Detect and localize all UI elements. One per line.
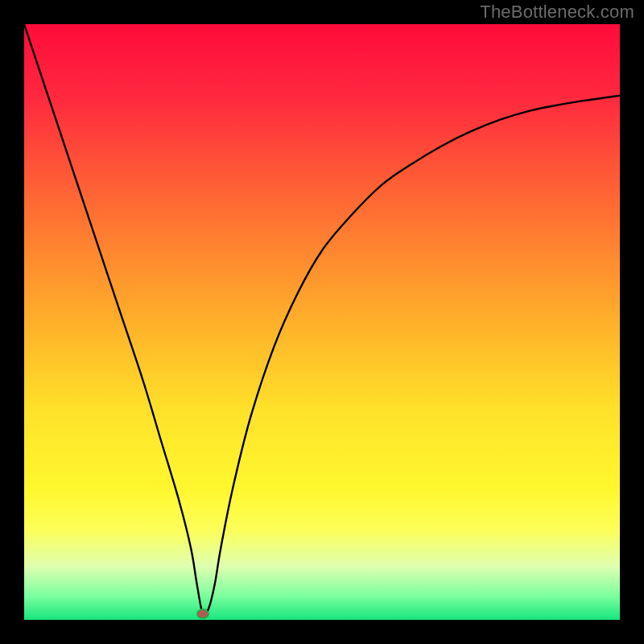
gradient-background (24, 24, 620, 620)
plot-svg (24, 24, 620, 620)
min-point-marker (197, 609, 208, 618)
watermark-text: TheBottleneck.com (480, 2, 634, 23)
chart-frame: TheBottleneck.com (0, 0, 644, 644)
plot-area (24, 24, 620, 620)
